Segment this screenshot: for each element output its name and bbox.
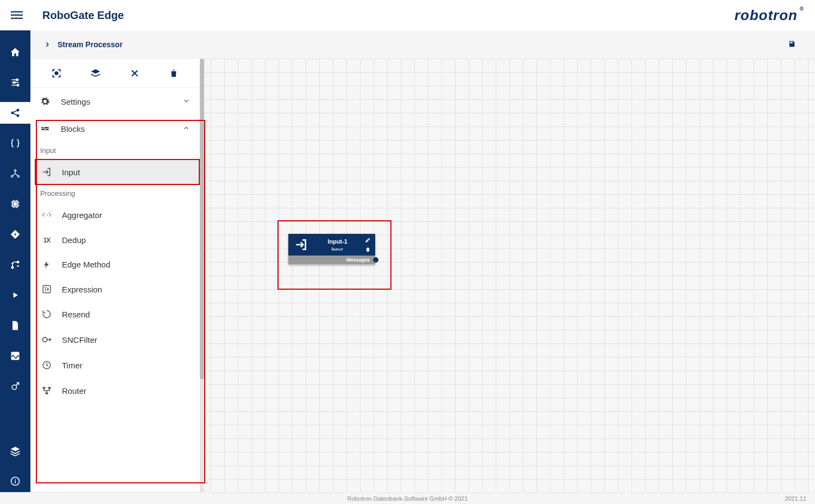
- nav-info[interactable]: [0, 470, 30, 492]
- svg-rect-26: [48, 387, 51, 388]
- left-nav: [0, 30, 30, 492]
- login-icon: [40, 167, 53, 177]
- block-edge-method[interactable]: Edge Method: [35, 252, 200, 277]
- block-timer-label: Timer: [62, 361, 83, 370]
- node-title: Input-1: [310, 238, 365, 246]
- port-connector[interactable]: [373, 257, 378, 263]
- footer: Robotron Datenbank-Software GmbH © 2021 …: [0, 492, 815, 504]
- close-button[interactable]: [128, 67, 141, 80]
- login-icon: [293, 238, 310, 252]
- section-settings-label: Settings: [61, 97, 90, 106]
- trash-icon[interactable]: [365, 246, 371, 252]
- block-dedup-label: Dedup: [62, 235, 86, 245]
- expression-icon: [40, 284, 53, 294]
- nav-caret[interactable]: [0, 284, 30, 306]
- nav-gender[interactable]: [0, 375, 30, 397]
- block-aggregator-label: Aggregator: [62, 210, 102, 220]
- nav-route[interactable]: [0, 254, 30, 276]
- block-dedup[interactable]: 1X Dedup: [35, 228, 200, 252]
- edit-icon[interactable]: [365, 237, 371, 243]
- section-blocks[interactable]: Blocks: [30, 115, 200, 142]
- block-expression[interactable]: Expression: [35, 277, 200, 302]
- menu-toggle[interactable]: [11, 9, 23, 21]
- brand-logo: robotron®: [735, 7, 804, 24]
- nav-home[interactable]: [0, 41, 30, 63]
- sncfilter-icon: [40, 334, 53, 345]
- nav-sliders[interactable]: [0, 72, 30, 93]
- side-panel: Settings Blocks Input Input: [30, 59, 200, 492]
- nav-network[interactable]: [0, 163, 30, 184]
- svg-rect-0: [11, 11, 23, 12]
- breadcrumb-title[interactable]: Stream Processor: [58, 40, 123, 49]
- category-processing: Processing: [30, 185, 200, 202]
- nav-tag[interactable]: [0, 224, 30, 245]
- canvas-node-input[interactable]: Input-1 Input Messages: [288, 234, 375, 264]
- svg-point-7: [17, 109, 20, 112]
- block-input-label: Input: [62, 168, 80, 177]
- node-port-messages[interactable]: Messages: [288, 256, 375, 264]
- nav-braces[interactable]: [0, 132, 30, 154]
- block-router[interactable]: Router: [35, 378, 200, 404]
- svg-rect-2: [11, 18, 23, 19]
- block-expression-label: Expression: [62, 285, 102, 294]
- svg-point-9: [14, 170, 16, 171]
- node-type: Input: [310, 246, 365, 252]
- block-resend-label: Resend: [62, 310, 90, 319]
- category-input: Input: [30, 142, 200, 159]
- block-aggregator[interactable]: Aggregator: [35, 202, 200, 228]
- aggregator-icon: [40, 209, 53, 220]
- svg-point-23: [43, 337, 47, 342]
- section-blocks-label: Blocks: [61, 124, 85, 133]
- svg-rect-27: [46, 392, 48, 394]
- svg-point-16: [17, 261, 18, 263]
- svg-point-5: [17, 84, 18, 86]
- delete-button[interactable]: [167, 67, 180, 80]
- router-icon: [40, 385, 53, 396]
- fit-view-button[interactable]: [50, 67, 63, 80]
- chevron-right-icon: [43, 41, 51, 48]
- block-input[interactable]: Input: [35, 159, 200, 185]
- svg-rect-13: [14, 203, 17, 206]
- nav-layers[interactable]: [0, 440, 30, 462]
- app-title: RoboGate Edge: [42, 9, 124, 22]
- block-sncfilter[interactable]: SNCFilter: [35, 327, 200, 353]
- footer-copyright: Robotron Datenbank-Software GmbH © 2021: [347, 495, 467, 502]
- svg-point-18: [12, 385, 16, 390]
- save-button[interactable]: [788, 40, 802, 49]
- svg-point-14: [14, 233, 16, 235]
- svg-rect-25: [43, 387, 46, 388]
- svg-point-6: [11, 112, 14, 114]
- dedup-icon: 1X: [40, 237, 53, 244]
- chevron-up-icon: [182, 124, 190, 133]
- nav-chip[interactable]: [0, 193, 30, 215]
- layers-button[interactable]: [89, 67, 102, 80]
- block-router-label: Router: [62, 386, 86, 395]
- timer-icon: [40, 360, 53, 370]
- panel-scrollbar[interactable]: [200, 59, 204, 492]
- block-resend[interactable]: Resend: [35, 302, 200, 327]
- flow-canvas[interactable]: Input-1 Input Messages: [204, 59, 815, 492]
- svg-point-20: [55, 72, 58, 74]
- nav-wave[interactable]: [0, 345, 30, 367]
- svg-point-3: [16, 79, 18, 80]
- resend-icon: [40, 309, 53, 319]
- nav-file[interactable]: [0, 315, 30, 336]
- gear-icon: [40, 97, 51, 106]
- svg-point-15: [11, 266, 13, 268]
- footer-version: 2021.11: [785, 495, 806, 502]
- bolt-icon: [40, 260, 53, 269]
- svg-rect-22: [43, 285, 50, 293]
- block-timer[interactable]: Timer: [35, 353, 200, 378]
- svg-rect-1: [11, 15, 23, 16]
- svg-point-4: [14, 81, 15, 83]
- block-edge-method-label: Edge Method: [62, 260, 110, 269]
- section-settings[interactable]: Settings: [30, 88, 200, 115]
- block-sncfilter-label: SNCFilter: [62, 335, 97, 344]
- nav-share[interactable]: [0, 102, 30, 124]
- chevron-down-icon: [182, 97, 190, 106]
- blocks-icon: [40, 124, 51, 133]
- svg-point-8: [17, 114, 20, 117]
- breadcrumb: Stream Processor: [30, 30, 815, 59]
